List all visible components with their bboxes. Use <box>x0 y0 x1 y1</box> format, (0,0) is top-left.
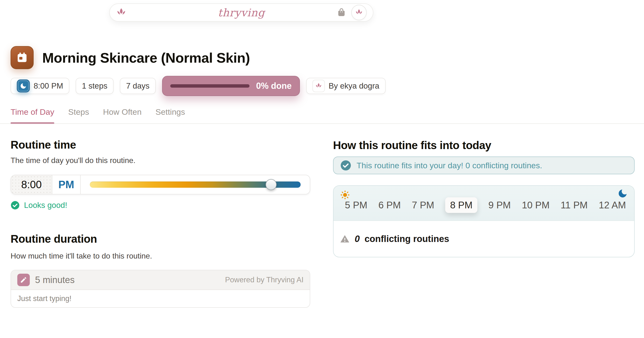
tab-time-of-day[interactable]: Time of Day <box>10 106 54 124</box>
steps-badge-label: 1 steps <box>82 82 107 90</box>
time-badge-label: 8:00 PM <box>34 82 63 90</box>
powered-by-label: Powered by Thryving AI <box>225 276 304 284</box>
validation-message: Looks good! <box>10 201 67 210</box>
top-nav-bar: thryving <box>109 3 374 22</box>
routine-duration-description: How much time it'll take to do this rout… <box>10 252 152 260</box>
pencil-icon <box>17 274 30 286</box>
fits-banner-text: This routine fits into your day! 0 confl… <box>356 161 542 170</box>
timeline-header: 4 PM5 PM6 PM7 PM8 PM9 PM10 PM11 PM12 AM1… <box>334 186 634 221</box>
progress-label: 0% done <box>256 81 292 91</box>
badge-row: 8:00 PM 1 steps 7 days 0% done By ekya d… <box>10 76 386 96</box>
timeline-label: 11 PM <box>561 200 588 210</box>
timeline-labels: 4 PM5 PM6 PM7 PM8 PM9 PM10 PM11 PM12 AM1… <box>334 200 634 210</box>
time-slider-thumb[interactable] <box>266 179 276 190</box>
fits-banner: This routine fits into your day! 0 confl… <box>333 156 635 174</box>
author-lotus-icon <box>312 80 325 92</box>
timeline-label: 10 PM <box>522 200 550 210</box>
duration-editor: 5 minutes Powered by Thryving AI Just st… <box>10 270 310 308</box>
conflicts-row: 0 conflicting routines <box>334 221 634 257</box>
progress-badge: 0% done <box>162 76 300 96</box>
author-badge-label: By ekya dogra <box>329 82 380 90</box>
timeline-label: 5 PM <box>345 200 367 210</box>
timeline-label: 6 PM <box>378 200 401 210</box>
duration-value[interactable]: 5 minutes <box>35 275 75 285</box>
moon-icon <box>17 80 30 92</box>
teal-check-icon <box>340 160 351 171</box>
timeline-label: 7 PM <box>412 200 434 210</box>
timeline-label: 4 PM <box>334 200 334 210</box>
conflicts-count: 0 <box>355 234 360 244</box>
time-badge: 8:00 PM <box>10 78 70 94</box>
fits-today-heading: How this routine fits into today <box>333 139 491 152</box>
routine-header: Morning Skincare (Normal Skin) <box>10 46 250 69</box>
tab-how-often[interactable]: How Often <box>103 106 142 124</box>
time-slider-track[interactable] <box>90 182 301 188</box>
routine-time-description: The time of day you'll do this routine. <box>10 156 136 165</box>
tab-steps[interactable]: Steps <box>68 106 89 124</box>
duration-input-row[interactable]: Just start typing! <box>11 290 310 307</box>
progress-track <box>170 84 250 88</box>
app-logo[interactable]: thryving <box>218 6 264 19</box>
steps-badge: 1 steps <box>76 78 114 94</box>
moon-icon <box>617 188 628 199</box>
time-slider[interactable] <box>81 175 310 194</box>
timeline-label: 9 PM <box>488 200 511 210</box>
duration-value-row[interactable]: 5 minutes Powered by Thryving AI <box>11 270 310 290</box>
meridiem-toggle[interactable]: PM <box>52 175 80 194</box>
lotus-logo-icon[interactable] <box>116 7 126 18</box>
days-badge: 7 days <box>120 78 156 94</box>
timeline-label: 12 AM <box>598 200 626 210</box>
days-badge-label: 7 days <box>126 82 149 90</box>
bag-icon[interactable] <box>336 8 346 18</box>
hour-input[interactable]: 8:00 <box>11 175 52 194</box>
author-badge: By ekya dogra <box>306 78 386 94</box>
warning-icon <box>340 234 350 244</box>
day-timeline-card: 4 PM5 PM6 PM7 PM8 PM9 PM10 PM11 PM12 AM1… <box>333 185 635 257</box>
time-picker: 8:00 PM <box>10 175 310 194</box>
routine-duration-heading: Routine duration <box>10 232 97 245</box>
check-circle-icon <box>10 201 20 210</box>
sun-icon <box>340 190 350 200</box>
user-avatar[interactable] <box>351 5 367 20</box>
tab-bar: Time of Day Steps How Often Settings <box>0 106 644 124</box>
calendar-icon[interactable] <box>10 46 34 69</box>
tab-settings[interactable]: Settings <box>156 106 185 124</box>
conflicts-label: conflicting routines <box>364 234 449 244</box>
timeline-label-selected: 8 PM <box>445 197 477 213</box>
routine-time-heading: Routine time <box>10 138 76 151</box>
page-title[interactable]: Morning Skincare (Normal Skin) <box>42 50 250 66</box>
validation-text: Looks good! <box>24 201 67 210</box>
duration-placeholder: Just start typing! <box>17 294 72 303</box>
routine-editor-page: thryving <box>0 0 644 338</box>
